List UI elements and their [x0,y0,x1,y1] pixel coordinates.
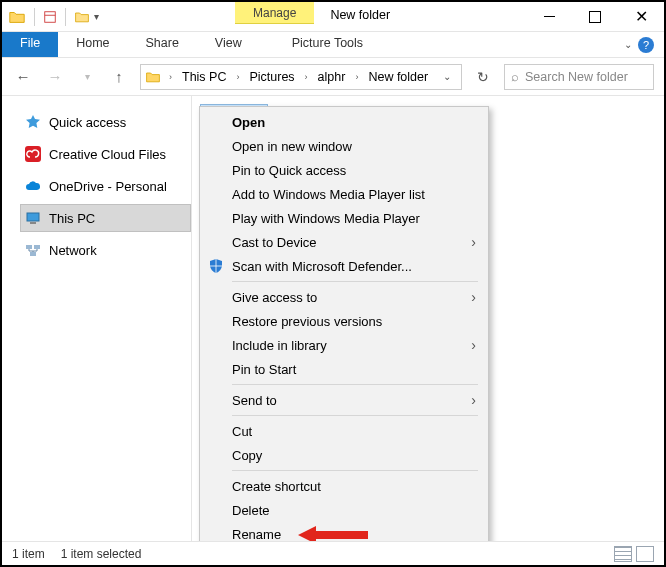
nav-label: Network [49,243,97,258]
large-icons-view-icon[interactable] [636,546,654,562]
menu-play-wmp[interactable]: Play with Windows Media Player [202,206,486,230]
menu-cast-device[interactable]: Cast to Device› [202,230,486,254]
file-tab[interactable]: File [2,32,58,57]
forward-button[interactable]: → [44,66,66,88]
menu-separator [232,384,478,385]
properties-qat-icon[interactable] [43,10,57,24]
chevron-right-icon: › [471,289,476,305]
svg-rect-5 [26,245,32,249]
svg-rect-4 [30,222,36,224]
nav-label: Quick access [49,115,126,130]
title-bar: ▾ Manage New folder ✕ [2,2,664,32]
breadcrumb[interactable]: New folder [366,68,430,86]
status-item-count: 1 item [12,547,45,561]
address-bar-row: ← → ▾ ↑ › This PC › Pictures › alphr › N… [2,58,664,96]
menu-open-new-window[interactable]: Open in new window [202,134,486,158]
nav-creative-cloud[interactable]: Creative Cloud Files [20,140,191,168]
folder-icon [145,69,161,85]
breadcrumb[interactable]: This PC [180,68,228,86]
menu-give-access[interactable]: Give access to› [202,285,486,309]
navigation-pane: Quick access Creative Cloud Files OneDri… [2,96,192,541]
search-box[interactable]: ⌕ Search New folder [504,64,654,90]
context-menu: Open Open in new window Pin to Quick acc… [199,106,489,567]
breadcrumb[interactable]: Pictures [247,68,296,86]
menu-separator [232,281,478,282]
breadcrumb[interactable]: alphr [316,68,348,86]
menu-copy[interactable]: Copy [202,443,486,467]
menu-separator [232,470,478,471]
ribbon-collapse-icon[interactable]: ⌄ [624,39,632,50]
maximize-button[interactable] [572,2,618,31]
status-bar: 1 item 1 item selected [2,541,664,565]
svg-rect-6 [34,245,40,249]
menu-cut[interactable]: Cut [202,419,486,443]
ribbon-tab-view[interactable]: View [197,32,260,57]
cloud-icon [25,178,41,194]
window-title: New folder [314,2,406,31]
nav-label: OneDrive - Personal [49,179,167,194]
nav-this-pc[interactable]: This PC [20,204,191,232]
details-view-icon[interactable] [614,546,632,562]
explorer-window: ▾ Manage New folder ✕ File Home Share Vi… [0,0,666,567]
qat-separator [65,8,66,26]
status-view-switcher [614,546,654,562]
star-icon [25,114,41,130]
up-button[interactable]: ↑ [108,66,130,88]
chevron-right-icon[interactable]: › [301,72,312,82]
ribbon-tabs: File Home Share View Picture Tools ⌄ ? [2,32,664,58]
menu-send-to[interactable]: Send to› [202,388,486,412]
menu-separator [232,415,478,416]
menu-pin-start[interactable]: Pin to Start [202,357,486,381]
network-icon [25,242,41,258]
menu-restore-versions[interactable]: Restore previous versions [202,309,486,333]
svg-rect-3 [27,213,39,221]
chevron-right-icon: › [471,392,476,408]
chevron-right-icon[interactable]: › [351,72,362,82]
chevron-right-icon[interactable]: › [232,72,243,82]
contextual-tab-header: Manage [235,2,314,24]
ribbon-tab-home[interactable]: Home [58,32,127,57]
nav-network[interactable]: Network [20,236,191,264]
nav-label: Creative Cloud Files [49,147,166,162]
window-controls: ✕ [526,2,664,31]
menu-create-shortcut[interactable]: Create shortcut [202,474,486,498]
nav-quick-access[interactable]: Quick access [20,108,191,136]
qat-separator [34,8,35,26]
nav-onedrive[interactable]: OneDrive - Personal [20,172,191,200]
help-icon[interactable]: ? [638,37,654,53]
menu-scan-defender[interactable]: Scan with Microsoft Defender... [202,254,486,278]
menu-pin-quick-access[interactable]: Pin to Quick access [202,158,486,182]
svg-rect-0 [45,11,56,22]
minimize-button[interactable] [526,2,572,31]
back-button[interactable]: ← [12,66,34,88]
chevron-right-icon: › [471,337,476,353]
ribbon-tab-picture-tools[interactable]: Picture Tools [278,32,377,57]
close-button[interactable]: ✕ [618,2,664,31]
chevron-right-icon[interactable]: › [165,72,176,82]
search-icon: ⌕ [511,70,519,84]
svg-rect-7 [30,252,36,256]
shield-icon [207,257,225,275]
folder-open-icon[interactable] [74,9,90,25]
quick-access-toolbar: ▾ [2,2,105,31]
menu-open[interactable]: Open [202,110,486,134]
status-selected-count: 1 item selected [61,547,142,561]
chevron-right-icon: › [471,234,476,250]
menu-add-wmp-list[interactable]: Add to Windows Media Player list [202,182,486,206]
address-bar[interactable]: › This PC › Pictures › alphr › New folde… [140,64,462,90]
nav-label: This PC [49,211,95,226]
ribbon-tab-share[interactable]: Share [128,32,197,57]
menu-include-library[interactable]: Include in library› [202,333,486,357]
menu-delete[interactable]: Delete [202,498,486,522]
search-placeholder: Search New folder [525,70,628,84]
folder-icon [8,8,26,26]
recent-locations-icon[interactable]: ▾ [76,66,98,88]
refresh-button[interactable]: ↻ [472,66,494,88]
pc-icon [25,210,41,226]
address-dropdown-icon[interactable]: ⌄ [437,71,457,82]
qat-dropdown-icon[interactable]: ▾ [94,11,99,22]
creative-cloud-icon [25,146,41,162]
